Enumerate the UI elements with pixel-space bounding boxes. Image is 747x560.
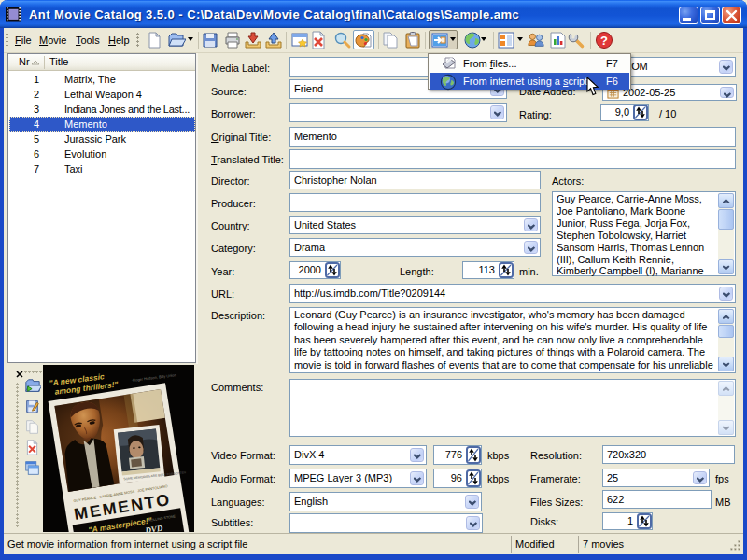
- svg-text:?: ?: [600, 34, 608, 48]
